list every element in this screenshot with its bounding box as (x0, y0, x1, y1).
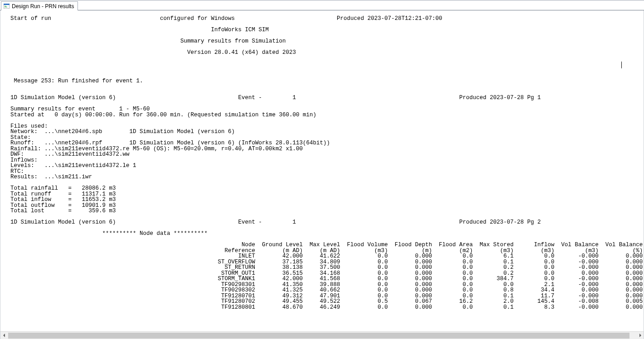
scroll-thumb[interactable] (8, 333, 629, 339)
scroll-track[interactable] (8, 332, 636, 339)
tab-title: Design Run - PRN results (12, 3, 74, 10)
tab-design-run[interactable]: Design Run - PRN results (1, 1, 78, 10)
horizontal-scrollbar[interactable] (0, 331, 644, 339)
svg-rect-2 (5, 6, 6, 6)
svg-rect-1 (4, 4, 10, 5)
prn-text: Start of run configured for Windows Prod… (0, 10, 644, 312)
results-viewport[interactable]: Start of run configured for Windows Prod… (0, 10, 644, 331)
scroll-left-button[interactable] (0, 332, 8, 339)
scroll-right-button[interactable] (636, 332, 644, 339)
app-icon (4, 4, 10, 9)
svg-rect-3 (5, 7, 7, 7)
text-caret (621, 62, 622, 68)
tab-bar: Design Run - PRN results (0, 0, 644, 10)
